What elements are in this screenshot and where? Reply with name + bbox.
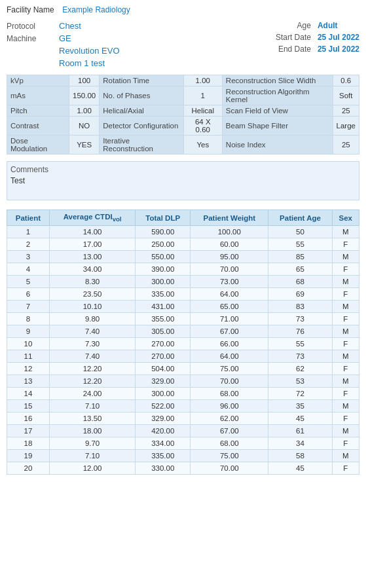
- cell-dlp: 330.00: [136, 462, 191, 475]
- cell-ctdi: 7.30: [49, 338, 135, 350]
- param-value-kvp: 100: [69, 75, 100, 86]
- cell-sex: M: [332, 350, 359, 363]
- table-row: 1 14.00 590.00 100.00 50 M: [7, 226, 359, 238]
- cell-ctdi: 10.10: [49, 301, 135, 313]
- cell-age: 76: [268, 325, 332, 338]
- param-value-mas: 150.00: [69, 86, 100, 105]
- param-value-noise: 25: [333, 136, 359, 155]
- ctdi-sub: vol: [113, 215, 122, 223]
- cell-age: 34: [268, 437, 332, 450]
- cell-dlp: 270.00: [136, 350, 191, 363]
- cell-age: 73: [268, 313, 332, 325]
- cell-weight: 75.00: [191, 450, 268, 462]
- cell-weight: 96.00: [191, 400, 268, 413]
- cell-dlp: 550.00: [136, 251, 191, 263]
- cell-age: 55: [268, 238, 332, 251]
- facility-value: Example Radiology: [62, 5, 130, 14]
- cell-sex: F: [332, 413, 359, 425]
- cell-ctdi: 23.50: [49, 288, 135, 301]
- cell-weight: 62.00: [191, 413, 268, 425]
- param-label-rottime: Rotation Time: [100, 75, 184, 86]
- comments-label: Comments: [10, 165, 356, 174]
- cell-weight: 64.00: [191, 350, 268, 363]
- param-value-contrast: NO: [69, 117, 100, 136]
- table-row: 13 12.20 329.00 70.00 53 M: [7, 375, 359, 388]
- cell-age: 61: [268, 425, 332, 437]
- cell-patient: 10: [7, 338, 50, 350]
- cell-weight: 73.00: [191, 276, 268, 288]
- cell-ctdi: 12.20: [49, 375, 135, 388]
- cell-age: 50: [268, 226, 332, 238]
- machine2-value: Revolution EVO: [59, 46, 120, 56]
- cell-patient: 4: [7, 263, 50, 276]
- col-sex: Sex: [332, 210, 359, 226]
- table-row: 9 7.40 305.00 67.00 76 M: [7, 325, 359, 338]
- param-value-beamshape: Large: [333, 117, 359, 136]
- cell-ctdi: 7.10: [49, 400, 135, 413]
- cell-ctdi: 34.00: [49, 263, 135, 276]
- param-value-detector: 64 X 0.60: [183, 117, 222, 136]
- cell-sex: F: [332, 462, 359, 475]
- cell-patient: 19: [7, 450, 50, 462]
- cell-ctdi: 7.40: [49, 350, 135, 363]
- cell-patient: 17: [7, 425, 50, 437]
- cell-patient: 7: [7, 301, 50, 313]
- age-label: Age: [268, 21, 311, 30]
- cell-weight: 95.00: [191, 251, 268, 263]
- cell-ctdi: 12.20: [49, 363, 135, 375]
- info-left: Protocol Chest Machine GE Revolution EVO…: [7, 21, 120, 68]
- cell-patient: 14: [7, 388, 50, 400]
- cell-dlp: 334.00: [136, 437, 191, 450]
- cell-dlp: 335.00: [136, 450, 191, 462]
- room-row: Room 1 test: [7, 58, 120, 68]
- col-age: Patient Age: [268, 210, 332, 226]
- cell-weight: 68.00: [191, 437, 268, 450]
- param-value-rottime: 1.00: [183, 75, 222, 86]
- cell-age: 58: [268, 450, 332, 462]
- cell-patient: 1: [7, 226, 50, 238]
- cell-sex: M: [332, 301, 359, 313]
- table-row: 19 7.10 335.00 75.00 58 M: [7, 450, 359, 462]
- cell-ctdi: 12.00: [49, 462, 135, 475]
- protocol-row: Protocol Chest: [7, 21, 120, 31]
- table-row: 20 12.00 330.00 70.00 45 F: [7, 462, 359, 475]
- cell-age: 35: [268, 400, 332, 413]
- cell-age: 69: [268, 288, 332, 301]
- table-row: 17 18.00 420.00 67.00 61 M: [7, 425, 359, 437]
- cell-weight: 66.00: [191, 338, 268, 350]
- cell-dlp: 270.00: [136, 338, 191, 350]
- cell-dlp: 305.00: [136, 325, 191, 338]
- param-label-recalgo: Reconstruction Algorithm Kernel: [222, 86, 333, 105]
- room-value: Room 1 test: [59, 58, 105, 68]
- param-label-noise: Noise Index: [222, 136, 333, 155]
- cell-ctdi: 17.00: [49, 238, 135, 251]
- param-value-dosemod: YES: [69, 136, 100, 155]
- cell-ctdi: 14.00: [49, 226, 135, 238]
- param-value-iterec: Yes: [183, 136, 222, 155]
- cell-age: 45: [268, 462, 332, 475]
- cell-dlp: 390.00: [136, 263, 191, 276]
- cell-patient: 9: [7, 325, 50, 338]
- param-label-kvp: kVp: [7, 75, 69, 86]
- cell-sex: F: [332, 238, 359, 251]
- table-row: 12 12.20 504.00 75.00 62 F: [7, 363, 359, 375]
- cell-dlp: 329.00: [136, 375, 191, 388]
- param-label-beamshape: Beam Shape Filter: [222, 117, 333, 136]
- machine-label: Machine: [7, 34, 52, 43]
- table-row: 5 8.30 300.00 73.00 68 M: [7, 276, 359, 288]
- cell-sex: F: [332, 363, 359, 375]
- cell-weight: 67.00: [191, 425, 268, 437]
- param-value-phases: 1: [183, 86, 222, 105]
- table-row: 3 13.00 550.00 95.00 85 M: [7, 251, 359, 263]
- cell-dlp: 431.00: [136, 301, 191, 313]
- cell-weight: 100.00: [191, 226, 268, 238]
- cell-age: 85: [268, 251, 332, 263]
- enddate-row: End Date 25 Jul 2022: [268, 45, 359, 54]
- cell-age: 55: [268, 338, 332, 350]
- cell-ctdi: 13.00: [49, 251, 135, 263]
- cell-sex: M: [332, 251, 359, 263]
- age-row: Age Adult: [268, 21, 359, 30]
- table-row: 7 10.10 431.00 65.00 83 M: [7, 301, 359, 313]
- info-section: Protocol Chest Machine GE Revolution EVO…: [7, 21, 359, 68]
- info-right: Age Adult Start Date 25 Jul 2022 End Dat…: [268, 21, 359, 68]
